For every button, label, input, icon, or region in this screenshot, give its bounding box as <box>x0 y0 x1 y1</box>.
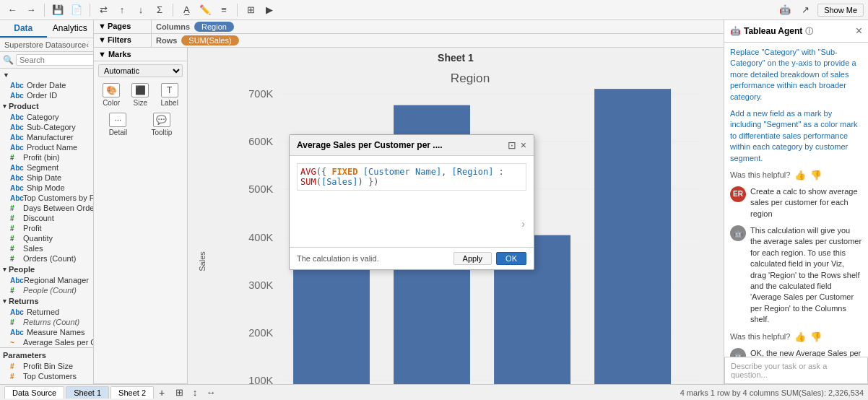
dialog-expand-btn[interactable]: ⊡ <box>508 139 516 151</box>
returns-section-header[interactable]: ▾Returns <box>0 295 93 307</box>
field-segment[interactable]: AbcSegment <box>0 162 93 173</box>
present-button[interactable]: ▶ <box>261 2 277 18</box>
shelves: ▼ Pages Columns Region ▼ Filters <box>94 20 724 48</box>
field-quantity[interactable]: #Quantity <box>0 233 93 243</box>
bar-central[interactable] <box>293 251 370 384</box>
sum-button[interactable]: Σ <box>152 2 168 18</box>
redo-button[interactable]: → <box>23 2 39 18</box>
toolbar-right: 🤖 ↗ Show Me <box>777 2 864 18</box>
field-measure-names[interactable]: AbcMeasure Names <box>0 327 93 337</box>
datasource-name: Superstore Datasource <box>4 40 86 49</box>
people-section-header[interactable]: ▾People <box>0 264 93 275</box>
field-regional-manager[interactable]: AbcRegional Manager <box>0 275 93 285</box>
dialog-formula[interactable]: AVG({ FIXED [Customer Name], [Region] : … <box>297 163 526 191</box>
bottom-icon-3[interactable]: ↔ <box>204 386 217 399</box>
field-profit[interactable]: #Profit <box>0 223 93 233</box>
agent-button[interactable]: 🤖 <box>777 2 793 18</box>
data-tab[interactable]: Data <box>0 20 47 38</box>
sort-desc-button[interactable]: ↓ <box>133 2 149 18</box>
helpful-label-1: Was this helpful? <box>730 170 790 179</box>
dialog-close-btn[interactable]: × <box>521 139 526 151</box>
field-order-id[interactable]: AbcOrder ID <box>0 90 93 100</box>
save-button[interactable]: 💾 <box>50 2 66 18</box>
field-discount[interactable]: #Discount <box>0 213 93 223</box>
helpful-row-1: Was this helpful? 👍 👎 <box>730 170 862 181</box>
datasource-tab[interactable]: Data Source <box>4 386 64 399</box>
param-profit-bin-size[interactable]: #Profit Bin Size <box>0 361 93 371</box>
field-avg-sales[interactable]: ~Average Sales per C... <box>0 337 93 347</box>
agent-close-btn[interactable]: × <box>856 25 862 38</box>
field-days-between[interactable]: #Days Between Orde... <box>0 203 93 213</box>
size-icon: ⬛ <box>131 83 149 97</box>
field-sales[interactable]: #Sales <box>0 243 93 253</box>
field-returns-count[interactable]: #Returns (Count) <box>0 317 93 327</box>
field-top-customers[interactable]: AbcTop Customers by P... <box>0 193 93 203</box>
status-bar: 4 marks 1 row by 4 columns SUM(Sales): 2… <box>680 388 864 397</box>
field-manufacturer[interactable]: AbcManufacturer <box>0 132 93 142</box>
agent-msg-1: Replace "Category" with "Sub-Category" o… <box>730 47 862 103</box>
swap-button[interactable]: ⇄ <box>95 2 111 18</box>
filters-chevron: ▼ <box>98 35 106 44</box>
marks-tooltip-btn[interactable]: 💬 Tooltip <box>151 113 172 136</box>
resize-handle[interactable]: › <box>521 218 525 230</box>
format-button[interactable]: ≡ <box>216 2 232 18</box>
sheet-title: Sheet 1 <box>188 48 724 65</box>
add-sheet-btn[interactable]: + <box>155 386 168 399</box>
marks-card: ▼ Marks Automatic Bar Line Area 🎨 Color … <box>94 48 188 384</box>
thumbs-down-1[interactable]: 👎 <box>810 170 822 181</box>
sort-asc-button[interactable]: ↑ <box>114 2 130 18</box>
bottom-icon-2[interactable]: ↕ <box>188 386 201 399</box>
thumbs-up-2[interactable]: 👍 <box>794 331 806 342</box>
bot-msg-row-1: 🤖 This calculation will give you the ave… <box>730 225 862 326</box>
collapse-icon[interactable]: ‹ <box>86 40 89 49</box>
new-button[interactable]: 📄 <box>69 2 84 18</box>
field-order-date[interactable]: AbcOrder Date <box>0 80 93 90</box>
marks-size-btn[interactable]: ⬛ Size <box>131 83 149 107</box>
field-ship-mode[interactable]: AbcShip Mode <box>0 183 93 193</box>
agent-title: 🤖 Tableau Agent ⓘ <box>730 26 813 37</box>
field-returned[interactable]: AbcReturned <box>0 307 93 317</box>
marks-chevron: ▼ <box>98 50 106 58</box>
svg-text:100K: 100K <box>248 375 273 384</box>
field-product-name[interactable]: AbcProduct Name <box>0 142 93 152</box>
field-category[interactable]: AbcCategory <box>0 112 93 122</box>
search-input[interactable] <box>16 54 94 66</box>
analytics-tab[interactable]: Analytics <box>47 20 94 38</box>
agent-header: 🤖 Tableau Agent ⓘ × <box>724 20 868 43</box>
marks-type-select[interactable]: Automatic Bar Line Area <box>98 64 183 77</box>
field-subcategory[interactable]: AbcSub-Category <box>0 122 93 132</box>
info-icon[interactable]: ⓘ <box>805 26 813 37</box>
bottom-icon-1[interactable]: ⊞ <box>173 386 186 399</box>
field-ship-date[interactable]: AbcShip Date <box>0 173 93 183</box>
marks-label-btn[interactable]: T Label <box>160 83 178 107</box>
marks-color-btn[interactable]: 🎨 Color <box>103 83 120 107</box>
agent-panel: 🤖 Tableau Agent ⓘ × Replace "Category" w… <box>724 20 868 384</box>
columns-pill[interactable]: Region <box>194 22 234 32</box>
marks-detail-btn[interactable]: ··· Detail <box>109 113 128 136</box>
product-section-header[interactable]: ▾Product <box>0 100 93 112</box>
field-people-count[interactable]: #People (Count) <box>0 285 93 295</box>
dialog-apply-btn[interactable]: Apply <box>453 252 492 265</box>
agent-input-placeholder: Describe your task or ask a question... <box>731 362 827 379</box>
share-button[interactable]: ↗ <box>797 2 813 18</box>
left-sidebar: Data Analytics Superstore Datasource ‹ 🔍… <box>0 20 94 384</box>
main-layout: Data Analytics Superstore Datasource ‹ 🔍… <box>0 20 868 384</box>
thumbs-up-1[interactable]: 👍 <box>794 170 806 181</box>
field-orders-count[interactable]: #Orders (Count) <box>0 253 93 264</box>
show-me-button[interactable]: Show Me <box>817 4 864 17</box>
thumbs-down-2[interactable]: 👎 <box>810 331 822 342</box>
calc-dialog[interactable]: Average Sales per Customer per .... ⊡ × … <box>289 134 534 270</box>
field-profit-bin[interactable]: #Profit (bin) <box>0 152 93 162</box>
sheet1-tab[interactable]: Sheet 1 <box>66 386 109 399</box>
order-section-header[interactable]: ▼ <box>0 70 93 80</box>
annotate-button[interactable]: ✏️ <box>197 2 213 18</box>
color-icon: 🎨 <box>103 83 120 97</box>
param-top-customers[interactable]: #Top Customers <box>0 371 93 381</box>
fit-button[interactable]: ⊞ <box>243 2 259 18</box>
bar-west[interactable] <box>594 89 671 384</box>
highlight-button[interactable]: A̲ <box>178 2 194 18</box>
dialog-ok-btn[interactable]: OK <box>496 252 526 265</box>
undo-button[interactable]: ← <box>4 2 20 18</box>
sheet2-tab[interactable]: Sheet 2 <box>110 386 154 399</box>
rows-pill[interactable]: SUM(Sales) <box>181 35 238 45</box>
